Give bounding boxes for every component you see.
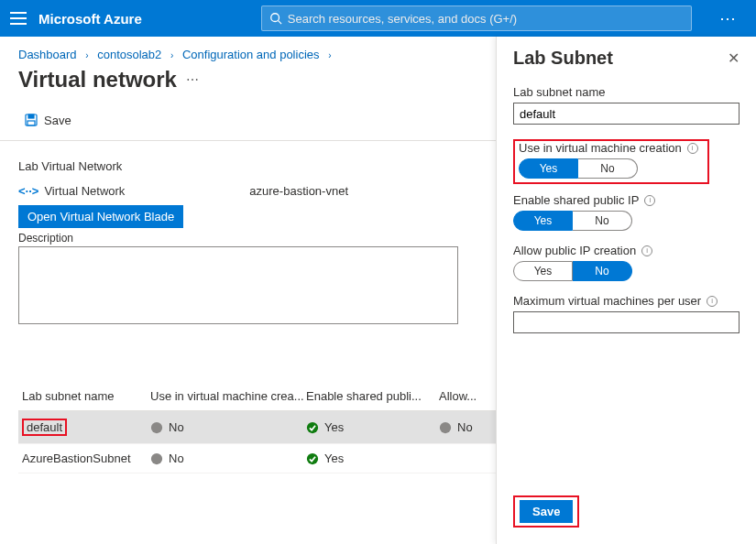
panel-save-highlight: Save xyxy=(513,495,579,528)
lab-subnet-panel: Lab Subnet ✕ Lab subnet name Use in virt… xyxy=(496,37,756,544)
shared-ip-cell: Yes xyxy=(306,452,439,465)
page-title: Virtual network xyxy=(18,67,177,92)
col-shared-ip[interactable]: Enable shared publi... xyxy=(306,389,439,403)
info-icon[interactable]: i xyxy=(687,143,698,154)
save-command[interactable]: Save xyxy=(18,109,77,131)
info-icon[interactable]: i xyxy=(641,245,652,256)
close-icon[interactable]: ✕ xyxy=(728,49,740,67)
svg-point-8 xyxy=(151,452,162,463)
shared-ip-yes[interactable]: Yes xyxy=(513,211,573,231)
network-icon: <··> xyxy=(18,184,38,198)
use-vm-cell: No xyxy=(150,452,306,465)
col-use-vm[interactable]: Use in virtual machine crea... xyxy=(150,389,306,403)
use-vm-cell: No xyxy=(150,420,306,434)
use-in-vm-toggle[interactable]: Yes No xyxy=(519,158,704,179)
panel-save-button[interactable]: Save xyxy=(520,500,573,523)
panel-title: Lab Subnet xyxy=(513,48,613,69)
allow-ip-yes[interactable]: Yes xyxy=(513,261,573,281)
svg-line-1 xyxy=(278,21,281,25)
use-in-vm-yes[interactable]: Yes xyxy=(519,158,578,179)
shared-ip-toggle[interactable]: Yes No xyxy=(513,211,740,231)
col-allow[interactable]: Allow... xyxy=(439,389,494,403)
svg-point-6 xyxy=(307,421,318,432)
info-icon[interactable]: i xyxy=(707,296,718,307)
max-vm-input[interactable] xyxy=(513,311,740,333)
save-command-label: Save xyxy=(44,114,71,127)
allow-ip-toggle[interactable]: Yes No xyxy=(513,261,740,281)
breadcrumb-lab[interactable]: contosolab2 xyxy=(97,48,161,61)
subnet-name-label: Lab subnet name xyxy=(513,85,605,99)
shared-ip-label: Enable shared public IP xyxy=(513,193,639,207)
breadcrumb-dashboard[interactable]: Dashboard xyxy=(18,48,77,61)
save-icon xyxy=(24,113,38,127)
use-in-vm-no[interactable]: No xyxy=(578,158,638,179)
chevron-right-icon: › xyxy=(80,50,93,60)
subnet-name-cell: AzureBastionSubnet xyxy=(22,452,131,465)
svg-point-7 xyxy=(440,421,451,432)
breadcrumb-config[interactable]: Configuration and policies xyxy=(182,48,320,61)
svg-rect-3 xyxy=(28,114,34,118)
use-in-vm-highlight: Use in virtual machine creation i Yes No xyxy=(513,139,709,184)
use-in-vm-label: Use in virtual machine creation xyxy=(519,141,682,155)
search-icon xyxy=(269,12,282,25)
allow-cell: No xyxy=(439,420,494,434)
chevron-right-icon: › xyxy=(165,50,179,60)
col-subnet-name[interactable]: Lab subnet name xyxy=(22,389,150,403)
svg-point-0 xyxy=(271,14,279,22)
allow-ip-no[interactable]: No xyxy=(573,261,632,281)
hamburger-menu-icon[interactable] xyxy=(7,7,29,29)
svg-point-5 xyxy=(151,421,162,432)
svg-rect-4 xyxy=(27,121,35,125)
virtual-network-name: azure-bastion-vnet xyxy=(249,184,348,198)
global-search[interactable] xyxy=(261,5,692,31)
chevron-right-icon: › xyxy=(323,50,336,60)
open-vn-blade-button[interactable]: Open Virtual Network Blade xyxy=(18,205,183,228)
description-textarea[interactable] xyxy=(18,246,458,324)
info-icon[interactable]: i xyxy=(644,195,655,206)
svg-point-9 xyxy=(307,452,318,463)
max-vm-label: Maximum virtual machines per user xyxy=(513,294,701,308)
top-bar: Microsoft Azure ⋯ xyxy=(0,0,756,37)
allow-ip-label: Allow public IP creation xyxy=(513,244,636,257)
more-menu-icon[interactable]: ⋯ xyxy=(719,8,738,28)
virtual-network-row-label: Virtual Network xyxy=(44,184,125,198)
subnet-name-cell: default xyxy=(22,419,67,436)
title-more-icon[interactable]: ⋯ xyxy=(186,72,200,87)
shared-ip-cell: Yes xyxy=(306,420,439,434)
brand-label: Microsoft Azure xyxy=(38,11,142,27)
shared-ip-no[interactable]: No xyxy=(573,211,632,231)
subnet-name-input[interactable] xyxy=(513,103,740,125)
global-search-input[interactable] xyxy=(288,12,684,26)
